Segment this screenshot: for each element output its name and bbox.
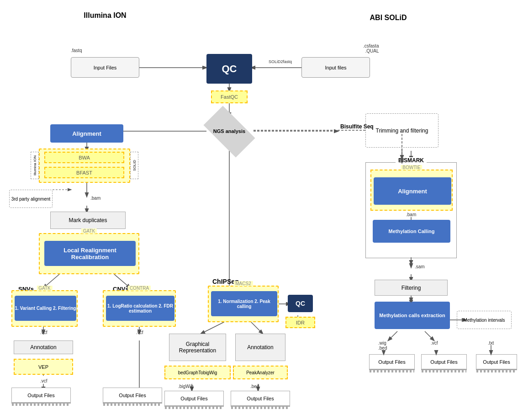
annotation-right-box: Annotation	[235, 334, 285, 361]
illumina-ion-title: Illumina ION	[78, 11, 132, 20]
logratio-label: 1. LogRatio calculation 2. FDR estimatio…	[106, 303, 174, 314]
gatk-label: GATK	[81, 229, 97, 234]
vcf1-label: .vcf	[40, 330, 48, 335]
vep-label: VEP	[38, 364, 48, 370]
third-party-box: 3rd party alignment	[9, 190, 53, 208]
filtering-bs-label: Filtering	[401, 285, 421, 291]
contra-container: CONTRA 1. LogRatio calculation 2. FDR es…	[103, 290, 176, 327]
wig-bed-label: .wig .bed	[378, 340, 387, 351]
input-files-right: Input files	[301, 57, 370, 78]
alignment-label: Alignment	[72, 130, 101, 137]
bwa-label: BWA	[79, 155, 90, 160]
bam-label: .bam	[90, 196, 100, 201]
bedgraph-container: bedGraphTobigWig	[164, 366, 231, 379]
filtering-bs-box: Filtering	[375, 280, 448, 296]
trimming-label: Trimming and filtering	[376, 128, 428, 134]
methylation-intervals-label: Methylation intervals	[463, 318, 505, 323]
abi-solid-title: ABI SOLiD	[361, 14, 416, 22]
mark-duplicates-box: Mark duplicates	[50, 212, 126, 229]
illumina-ion-side-label: Illumina ION	[33, 155, 37, 175]
norm-peak-box: 1. Normalization 2. Peak calling	[211, 291, 277, 316]
peakanalyzer-container: PeakAnalyzer	[233, 366, 288, 379]
vcf-bs-label: .vcf	[431, 340, 438, 346]
norm-peak-label: 1. Normalization 2. Peak calling	[211, 299, 277, 309]
svg-line-38	[425, 331, 434, 340]
solid-side: SOLID	[130, 152, 138, 179]
csfasta-label: .csfasta .QUAL	[363, 43, 379, 53]
txt-label: .txt	[488, 340, 494, 346]
variant-calling-box: 1. Variant Calling 2. Filtering	[15, 296, 76, 321]
fastqc-label: FastQC	[221, 94, 238, 100]
alignment-bs-label: Alignment	[398, 188, 427, 195]
bfast-box: BFAST	[44, 167, 124, 178]
macs2-container: MACS2 1. Normalization 2. Peak calling	[208, 286, 279, 322]
qc2-box: QC	[288, 295, 313, 312]
solid2fastq-label: SOLiD2fastq	[269, 59, 292, 64]
bowtie-label: BOWTIE	[401, 165, 422, 170]
input-files-left: Input Files	[71, 57, 139, 78]
bismark-container: BISMARK BOWTIE Alignment .bam Methylatio…	[365, 162, 457, 258]
fastq-label: .fastq	[71, 48, 82, 53]
qc-label: QC	[222, 63, 237, 75]
methylation-calling-box: Methylation Calling	[373, 220, 450, 243]
bed-label: .bed	[250, 384, 259, 389]
ngs-diamond: NGS analysis	[204, 116, 254, 148]
bfast-label: BFAST	[76, 170, 92, 175]
vcf3-label: .vcf	[40, 378, 48, 383]
variant-calling-label: 1. Variant Calling 2. Filtering	[15, 306, 76, 311]
vcf2-label: .vcf	[136, 330, 143, 335]
svg-line-37	[388, 331, 397, 340]
peakanalyzer-label: PeakAnalyzer	[246, 370, 275, 375]
methylation-extraction-box: Methylation calls extraction	[375, 302, 450, 329]
methylation-intervals-box: Methylation intervals	[457, 311, 512, 329]
bwa-box: BWA	[44, 152, 124, 163]
graphical-rep-box: Graphical Representation	[169, 334, 226, 361]
macs2-label: MACS2	[233, 281, 253, 286]
output-files-5-label: Output Files	[378, 359, 405, 365]
output-files-2: Output Files	[103, 388, 162, 404]
third-party-label: 3rd party alignment	[11, 197, 51, 202]
methylation-calling-label: Methylation Calling	[389, 229, 435, 234]
alignment-box: Alignment	[50, 124, 123, 143]
gatk-snv-container: GATK 1. Variant Calling 2. Filtering	[11, 290, 78, 327]
output-files-4: Output Files	[231, 391, 290, 407]
graphical-rep-label: Graphical Representation	[169, 341, 226, 354]
annotation-left-label: Annotation	[30, 344, 56, 351]
output-files-2-label: Output Files	[119, 393, 146, 398]
fastqc-box: FastQC	[211, 90, 248, 103]
diagram: Illumina ION ABI SOLiD .fastq .csfasta .…	[0, 0, 523, 420]
mark-duplicates-label: Mark duplicates	[69, 217, 107, 223]
gatk-container: GATK Local Realignment Recalibration	[39, 233, 139, 274]
output-files-6: Output Files	[421, 354, 467, 370]
idr-label: IDR	[296, 320, 305, 325]
qc2-label: QC	[296, 300, 305, 307]
output-files-7-label: Output Files	[483, 359, 510, 365]
local-realign-box: Local Realignment Recalibration	[44, 241, 136, 266]
output-files-6-label: Output Files	[430, 359, 457, 365]
idr-box: IDR	[285, 317, 315, 328]
bowtie-container: BOWTIE Alignment	[370, 170, 453, 211]
bam-bs-label: .bam	[406, 212, 416, 217]
methylation-extraction-label: Methylation calls extraction	[379, 313, 445, 318]
vep-container: VEP	[14, 359, 73, 375]
annotation-right-label: Annotation	[247, 344, 273, 351]
bismark-label: BISMARK	[396, 157, 427, 164]
alignment-bs-box: Alignment	[374, 177, 451, 205]
logratio-box: 1. LogRatio calculation 2. FDR estimatio…	[106, 296, 174, 321]
output-files-3-label: Output Files	[180, 396, 207, 401]
trimming-box: Trimming and filtering	[365, 113, 438, 148]
illumina-ion-side: Illumina ION	[31, 152, 39, 179]
gatk-snv-label: GATK	[37, 286, 52, 291]
output-files-1-label: Output Files	[27, 393, 54, 398]
bwa-bfast-container: BWA BFAST Illumina ION SOLID	[39, 149, 130, 183]
input-files-left-label: Input Files	[94, 65, 117, 70]
output-files-1: Output Files	[11, 388, 71, 404]
output-files-3: Output Files	[164, 391, 224, 407]
sam-label: .sam	[415, 264, 425, 269]
output-files-5: Output Files	[369, 354, 415, 370]
bigwig-label: .bigWig	[178, 384, 193, 389]
qc-box: QC	[206, 54, 252, 84]
bedgraph-label: bedGraphTobigWig	[178, 370, 217, 375]
local-realign-label: Local Realignment Recalibration	[44, 247, 136, 261]
solid-side-label: SOLID	[132, 160, 137, 171]
